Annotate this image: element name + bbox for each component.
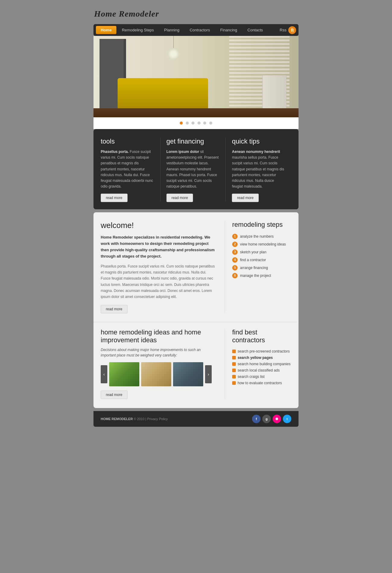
feature-tools-text: Phasellus porta. Fusce sucipit varius mi… [101, 149, 154, 189]
contractor-link-1[interactable]: search pre-screened contractors [232, 349, 291, 353]
step-num-2: 2 [232, 242, 238, 247]
contractors-title: find best contractors [232, 328, 291, 344]
nav-item-contacts[interactable]: Contacts [243, 26, 268, 34]
footer-copy: © 2010 | [134, 417, 147, 421]
feature-financing: get financing Lorem ipsum dolor sit amet… [160, 138, 226, 202]
step-4[interactable]: 4 find a contractor [232, 257, 291, 263]
contractors-section: find best contractors search pre-screene… [225, 328, 291, 399]
contractor-link-2[interactable]: search yellow pages [232, 356, 291, 360]
step-label-3: sketch your plan [240, 250, 266, 254]
logo-text: Home Remodeler [94, 9, 159, 18]
welcome-readmore[interactable]: read more [101, 305, 128, 313]
contractor-link-4[interactable]: search local classified ads [232, 368, 291, 372]
section-divider [93, 322, 299, 322]
nav-item-remodeling-steps[interactable]: Remodeling Steps [117, 26, 159, 34]
step-num-4: 4 [232, 257, 238, 263]
site-logo: Home Remodeler [93, 9, 299, 19]
nav-item-home[interactable]: Home [96, 26, 116, 34]
bullet-icon-5 [232, 375, 236, 378]
step-5[interactable]: 5 arrange financing [232, 265, 291, 271]
feature-financing-text: Lorem ipsum dolor sit ametonseetpiscing … [166, 149, 220, 189]
bullet-icon-2 [232, 356, 236, 359]
feature-tools: tools Phasellus porta. Fusce sucipit var… [101, 138, 160, 202]
welcome-section: welcome! Home Remodeler specializes in r… [101, 221, 225, 313]
gallery-strip: ‹ › [101, 362, 216, 386]
step-label-5: arrange financing [240, 266, 268, 270]
step-label-6: manage the project [240, 274, 271, 278]
step-num-1: 1 [232, 234, 238, 239]
feature-tools-readmore[interactable]: read more [101, 194, 128, 202]
dot-4[interactable] [198, 122, 201, 125]
contractor-link-5[interactable]: search craigs list [232, 375, 291, 379]
features-section: tools Phasellus porta. Fusce sucipit var… [93, 129, 299, 209]
dot-2[interactable] [186, 122, 189, 125]
step-label-2: view home remodeling ideas [240, 242, 286, 246]
step-num-3: 3 [232, 249, 238, 255]
twitter-icon[interactable]: t [283, 415, 291, 423]
main-section: welcome! Home Remodeler specializes in r… [93, 212, 299, 408]
rss-label: Rss [280, 28, 286, 32]
gallery-prev[interactable]: ‹ [101, 365, 107, 383]
bullet-icon-3 [232, 362, 236, 366]
nav-item-planning[interactable]: Planning [159, 26, 184, 34]
footer-text: HOME REMODELER © 2010 | Privacy Policy [101, 417, 168, 421]
ideas-contractors: home remodeling ideas and home improveme… [93, 328, 299, 399]
feature-tips: quick tips Aenean nonummy hendrerit maur… [226, 138, 291, 202]
googleplus-icon[interactable]: g [262, 415, 271, 423]
contractor-link-6[interactable]: how to evaluate contractors [232, 381, 291, 385]
gallery-thumb-1[interactable] [109, 362, 139, 386]
step-1[interactable]: 1 analyze the numbers [232, 234, 291, 239]
rss-area[interactable]: Rss ⎘ [280, 26, 296, 34]
step-2[interactable]: 2 view home remodeling ideas [232, 242, 291, 247]
contractor-link-label-2[interactable]: search yellow pages [238, 356, 273, 360]
step-6[interactable]: 6 manage the project [232, 273, 291, 278]
slider-dots [93, 117, 299, 129]
rss-icon[interactable]: ⎘ [288, 26, 296, 34]
dot-6[interactable] [209, 122, 212, 125]
feature-tips-title: quick tips [232, 138, 285, 145]
step-label-4: find a contractor [240, 258, 266, 262]
contractor-link-label-6[interactable]: how to evaluate contractors [238, 381, 282, 385]
feature-financing-title: get financing [166, 138, 220, 145]
main-nav: Home Remodeling Steps Planning Contracto… [93, 24, 299, 36]
contractor-link-3[interactable]: search home building companies [232, 362, 291, 366]
ideas-readmore[interactable]: read more [101, 391, 128, 399]
feature-tips-text: Aenean nonummy hendrerit maurisha sellus… [232, 149, 285, 189]
steps-list: 1 analyze the numbers 2 view home remode… [232, 234, 291, 278]
remodeling-steps-section: remodeling steps 1 analyze the numbers 2… [225, 221, 291, 313]
contractor-link-label-4[interactable]: search local classified ads [238, 368, 280, 372]
nav-items: Home Remodeling Steps Planning Contracto… [96, 26, 280, 34]
ideas-title: home remodeling ideas and home improveme… [101, 328, 216, 344]
step-label-1: analyze the numbers [240, 234, 273, 239]
bullet-icon-6 [232, 381, 236, 385]
contractor-link-label-1[interactable]: search pre-screened contractors [238, 349, 290, 353]
social-icons: f g ◉ t [252, 415, 291, 423]
nav-item-financing[interactable]: Financing [215, 26, 242, 34]
bullet-icon-1 [232, 350, 236, 353]
footer-brand: HOME REMODELER [101, 417, 133, 421]
contractor-link-label-5[interactable]: search craigs list [238, 375, 264, 379]
feature-tools-title: tools [101, 138, 154, 145]
step-3[interactable]: 3 sketch your plan [232, 249, 291, 255]
nav-item-contractors[interactable]: Contractors [185, 26, 215, 34]
facebook-icon[interactable]: f [252, 415, 261, 423]
footer-privacy[interactable]: Privacy Policy [147, 417, 168, 421]
dot-1[interactable] [180, 122, 183, 125]
welcome-intro: Home Remodeler specializes in residentia… [101, 234, 216, 259]
footer: HOME REMODELER © 2010 | Privacy Policy f… [93, 411, 299, 427]
step-num-5: 5 [232, 265, 238, 271]
hero-slider [93, 36, 299, 117]
flickr-icon[interactable]: ◉ [273, 415, 281, 423]
feature-financing-readmore[interactable]: read more [166, 194, 193, 202]
feature-tips-readmore[interactable]: read more [232, 194, 259, 202]
gallery-thumb-3[interactable] [173, 362, 203, 386]
ideas-subtitle: Decisions about making major home improv… [101, 347, 216, 358]
remodeling-steps-title: remodeling steps [232, 221, 291, 229]
gallery-next[interactable]: › [205, 365, 212, 383]
contractor-link-label-3[interactable]: search home building companies [238, 362, 290, 366]
welcome-title: welcome! [101, 221, 216, 230]
main-content: welcome! Home Remodeler specializes in r… [93, 212, 299, 322]
dot-5[interactable] [203, 122, 206, 125]
dot-3[interactable] [191, 122, 194, 125]
gallery-thumb-2[interactable] [141, 362, 171, 386]
